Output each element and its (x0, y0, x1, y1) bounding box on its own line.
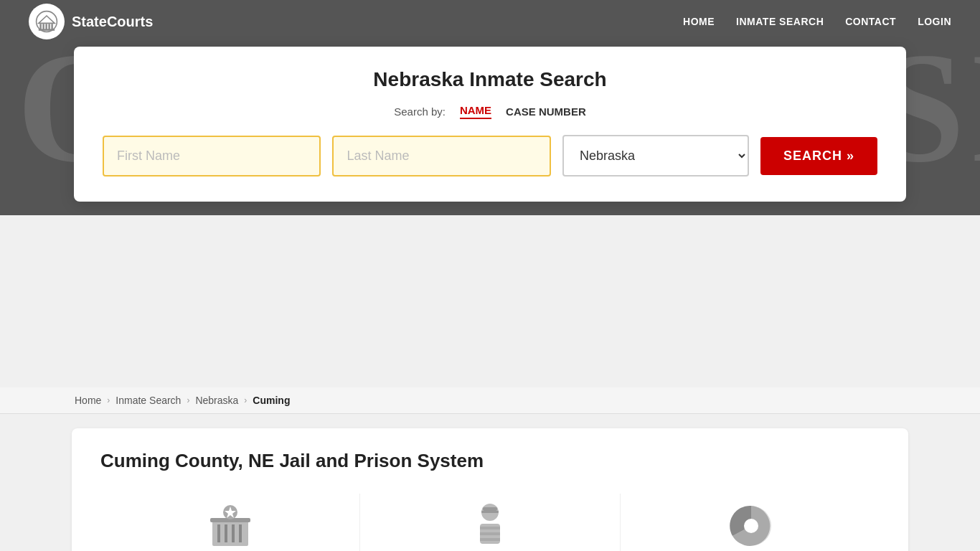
search-card-wrapper: Nebraska Inmate Search Search by: NAME C… (74, 47, 906, 202)
svg-rect-17 (483, 507, 497, 511)
nav-contact[interactable]: CONTACT (845, 16, 896, 27)
breadcrumb: Home › Inmate Search › Nebraska › Cuming (0, 387, 980, 414)
search-button[interactable]: SEARCH » (760, 137, 877, 175)
tab-name[interactable]: NAME (460, 104, 491, 119)
breadcrumb-state[interactable]: Nebraska (195, 395, 238, 406)
stats-row: 0 Jails (100, 494, 880, 551)
breadcrumb-sep-1: › (107, 395, 110, 405)
search-inputs-row: Nebraska Alabama Alaska Arizona Arkansas… (103, 135, 877, 176)
svg-rect-9 (217, 524, 220, 542)
jails-icon (202, 501, 259, 551)
search-by-row: Search by: NAME CASE NUMBER (103, 104, 877, 119)
stat-jail-rate: 0% Jail Rate (621, 494, 880, 551)
county-card: Cuming County, NE Jail and Prison System (72, 428, 908, 551)
breadcrumb-home[interactable]: Home (75, 395, 101, 406)
last-name-input[interactable] (332, 136, 550, 176)
svg-rect-10 (225, 524, 227, 542)
stat-prisoners: 0 Prisoners (360, 494, 620, 551)
svg-marker-6 (39, 16, 55, 23)
navigation: StateCourts HOME INMATE SEARCH CONTACT L… (0, 0, 980, 43)
state-select[interactable]: Nebraska Alabama Alaska Arizona Arkansas… (562, 135, 749, 176)
logo-icon (29, 4, 65, 39)
breadcrumb-sep-3: › (244, 395, 247, 405)
logo-link[interactable]: StateCourts (29, 4, 153, 39)
svg-rect-20 (480, 527, 500, 529)
stat-jails: 0 Jails (100, 494, 360, 551)
main-content: Cuming County, NE Jail and Prison System (0, 414, 980, 551)
header: COURTHOUSE StateCourts (0, 0, 980, 215)
svg-rect-5 (51, 24, 52, 29)
nav-login[interactable]: LOGIN (918, 16, 951, 27)
svg-rect-12 (239, 524, 242, 542)
svg-rect-2 (42, 24, 44, 29)
breadcrumb-sep-2: › (187, 395, 189, 405)
search-card: Nebraska Inmate Search Search by: NAME C… (74, 47, 906, 202)
svg-rect-11 (232, 524, 235, 542)
nav-inmate-search[interactable]: INMATE SEARCH (736, 16, 824, 27)
first-name-input[interactable] (103, 136, 321, 176)
svg-rect-21 (480, 532, 500, 535)
logo-text: StateCourts (72, 14, 153, 30)
svg-rect-18 (481, 511, 499, 513)
nav-home[interactable]: HOME (683, 16, 715, 27)
jail-rate-icon (721, 501, 778, 551)
svg-rect-4 (48, 24, 50, 29)
svg-rect-3 (45, 24, 47, 29)
prisoners-icon (461, 501, 519, 551)
svg-point-24 (744, 519, 758, 533)
svg-rect-1 (39, 24, 41, 29)
nav-links: HOME INMATE SEARCH CONTACT LOGIN (683, 16, 951, 27)
svg-rect-22 (480, 538, 500, 541)
search-by-label: Search by: (394, 105, 446, 118)
breadcrumb-current: Cuming (253, 395, 290, 406)
tab-case-number[interactable]: CASE NUMBER (506, 105, 586, 118)
breadcrumb-inmate-search[interactable]: Inmate Search (116, 395, 181, 406)
search-card-title: Nebraska Inmate Search (103, 68, 877, 91)
svg-rect-7 (39, 29, 55, 30)
county-title: Cuming County, NE Jail and Prison System (100, 450, 880, 472)
